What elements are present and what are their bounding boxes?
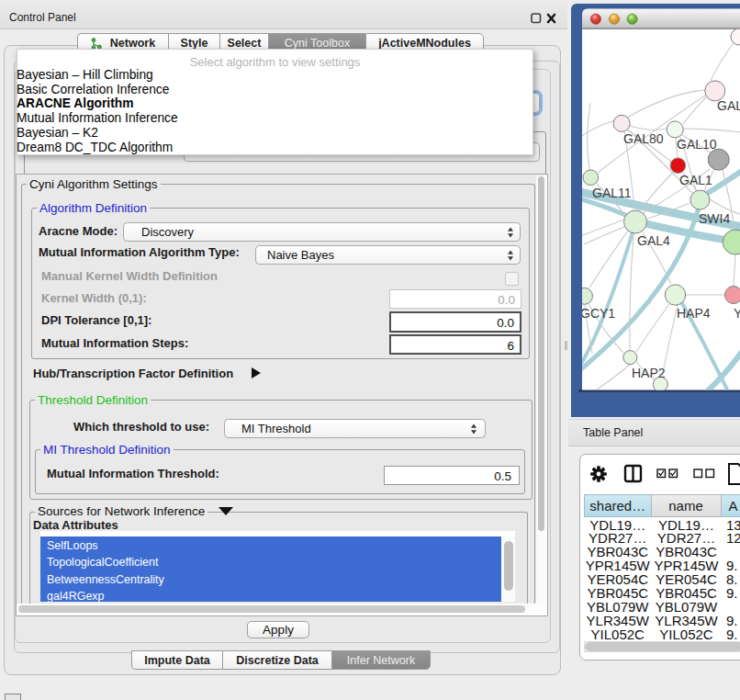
svg-text:GAL80: GAL80 <box>623 131 664 146</box>
svg-text:SWI4: SWI4 <box>699 211 730 226</box>
svg-text:GAL4: GAL4 <box>637 233 670 248</box>
svg-text:Y: Y <box>734 306 740 321</box>
svg-text:GAL11: GAL11 <box>592 186 632 200</box>
svg-text:HAP2: HAP2 <box>632 366 666 380</box>
svg-text:GAL7: GAL7 <box>717 98 740 113</box>
svg-text:GCY1: GCY1 <box>580 306 615 321</box>
svg-text:HAP4: HAP4 <box>677 306 711 321</box>
svg-text:GAL10: GAL10 <box>677 137 717 152</box>
svg-text:GAL1: GAL1 <box>679 173 712 187</box>
